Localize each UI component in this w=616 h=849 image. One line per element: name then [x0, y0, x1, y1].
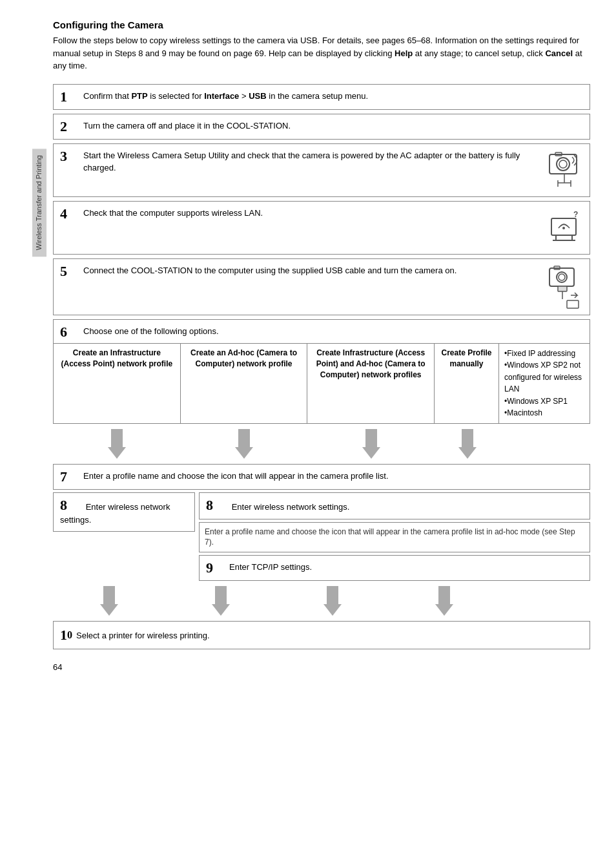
step-6-box: 6 Choose one of the following options. C… — [53, 319, 590, 424]
arrow-shaft-b — [215, 586, 227, 604]
bullet4: •Macintosh — [504, 407, 584, 419]
arrow-col1 — [53, 426, 180, 461]
step-6-right-bullets: •Fixed IP addressing •Windows XP SP2 not… — [504, 348, 584, 420]
arrow-down-4 — [458, 429, 477, 459]
arrow-down-d — [435, 586, 453, 616]
help-bold: Help — [395, 48, 413, 58]
step-2-content: Turn the camera off and place it in the … — [83, 120, 583, 132]
camera-connected-icon — [546, 264, 582, 309]
step-3-icon — [544, 149, 583, 191]
step-10-number: 1 — [60, 627, 67, 644]
step-9-text: Enter TCP/IP settings. — [229, 561, 312, 574]
step1-ptp: PTP — [131, 91, 147, 101]
arrow-shaft-3 — [365, 429, 377, 447]
step-6-col2-label: Create an Ad-hoc (Camera to Computer) ne… — [190, 348, 297, 368]
svg-point-1 — [557, 158, 570, 171]
arrow-down-2 — [235, 429, 253, 459]
step-4-icon: ? — [544, 207, 583, 249]
step-5-number: 5 — [60, 264, 78, 278]
step-10-number-sub: 0 — [67, 629, 72, 641]
step-8-left-number: 8 — [60, 498, 78, 512]
step-9-number: 9 — [206, 561, 224, 575]
step-8-sub-box: Enter a profile name and choose the icon… — [199, 522, 590, 553]
arrow-shaft-1 — [111, 429, 123, 447]
arrow-down-a — [100, 586, 118, 616]
step-2-box: 2 Turn the camera off and place it in th… — [53, 114, 590, 140]
arrow-shaft-d — [438, 586, 450, 604]
arrow-head-d — [435, 604, 453, 616]
arrow-col3 — [308, 426, 435, 461]
step-6-col1-label: Create an Infrastructure (Access Point) … — [61, 348, 172, 368]
arrow-down-3 — [362, 429, 380, 459]
arrow-shaft-2 — [238, 429, 250, 447]
side-label: Wireless Transfer and Printing — [32, 149, 46, 257]
page-title: Configuring the Camera — [53, 19, 590, 30]
step-6-col-right: •Fixed IP addressing •Windows XP SP2 not… — [499, 344, 590, 424]
step-5-box: 5 Connect the COOL-STATION to the comput… — [53, 258, 590, 315]
step-6-col1: Create an Infrastructure (Access Point) … — [54, 344, 181, 424]
step-10-text: Select a printer for wireless printing. — [76, 631, 210, 640]
svg-rect-14 — [549, 268, 574, 286]
step-8-right-box: 8 Enter wireless network settings. — [199, 492, 590, 519]
step-8-left-box: 8 Enter wireless network settings. — [53, 492, 195, 532]
step-6-header-text: Choose one of the following options. — [83, 325, 583, 338]
step-6-col2: Create an Ad-hoc (Camera to Computer) ne… — [181, 344, 308, 424]
arrow-head-2 — [235, 447, 253, 459]
step-9-box: 9 Enter TCP/IP settings. — [199, 555, 590, 581]
svg-point-16 — [559, 274, 565, 280]
step-8-left-col: 8 Enter wireless network settings. — [53, 492, 195, 581]
step-6-options: Create an Infrastructure (Access Point) … — [54, 343, 590, 424]
bullet1: •Fixed IP addressing — [504, 348, 584, 360]
svg-rect-20 — [567, 300, 579, 308]
arrow-col-a — [53, 583, 165, 618]
arrow-down-1 — [108, 429, 126, 459]
arrow-down-c — [323, 586, 342, 616]
step-5-content: Connect the COOL-STATION to the computer… — [83, 264, 538, 277]
step1-interface: Interface — [204, 91, 239, 101]
arrow-col-c — [276, 583, 388, 618]
step-7-box: 7 Enter a profile name and choose the ic… — [53, 464, 590, 490]
step-6-col4-label: Create Profile manually — [440, 348, 493, 370]
step-1-number: 1 — [60, 90, 78, 104]
step1-usb: USB — [249, 91, 266, 101]
step-8-row: 8 Enter wireless network settings. 8 Ent… — [53, 492, 590, 581]
step-4-content: Check that the computer supports wireles… — [83, 207, 538, 220]
step-1-content: Confirm that PTP is selected for Interfa… — [83, 90, 583, 103]
arrow-col-d — [388, 583, 500, 618]
step-4-box: 4 Check that the computer supports wirel… — [53, 201, 590, 255]
arrow-head-1 — [108, 447, 126, 459]
arrow-head-c — [323, 604, 342, 616]
bullet2: •Windows XP SP2 not configured for wirel… — [504, 359, 584, 395]
step-10-box: 10 Select a printer for wireless printin… — [53, 621, 590, 649]
arrow-down-b — [212, 586, 230, 616]
intro-text: Follow the steps below to copy wireless … — [53, 34, 590, 72]
svg-text:?: ? — [573, 210, 578, 219]
arrow-head-b — [212, 604, 230, 616]
arrow-shaft-a — [103, 586, 115, 604]
step-6-header: 6 Choose one of the following options. — [54, 320, 590, 343]
step-6-col4: Create Profile manually — [435, 344, 499, 424]
step-6-number: 6 — [60, 325, 78, 339]
cancel-bold: Cancel — [545, 48, 573, 58]
arrows-section — [53, 426, 590, 461]
svg-point-2 — [559, 160, 567, 168]
step-6-col3-label: Create Infrastructure (Access Point) and… — [316, 348, 426, 380]
svg-point-12 — [562, 227, 565, 229]
arrow-col-b — [165, 583, 276, 618]
step-7-number: 7 — [60, 470, 78, 484]
step-1-box: 1 Confirm that PTP is selected for Inter… — [53, 84, 590, 110]
step-5-icon — [544, 264, 583, 309]
step-2-number: 2 — [60, 120, 78, 134]
step-8-right-text: Enter wireless network settings. — [232, 502, 350, 512]
arrow-shaft-4 — [462, 429, 473, 447]
bullet3: •Windows XP SP1 — [504, 395, 584, 408]
arrow-head-4 — [458, 447, 477, 459]
step-4-number: 4 — [60, 207, 78, 221]
arrow-col2 — [180, 426, 307, 461]
step-3-number: 3 — [60, 149, 78, 163]
step-8-right-col: 8 Enter wireless network settings. Enter… — [199, 492, 590, 581]
arrow-col-right-2 — [500, 583, 590, 618]
arrow-col4 — [435, 426, 500, 461]
step-3-content: Start the Wireless Camera Setup Utility … — [83, 149, 538, 174]
arrow-shaft-c — [327, 586, 338, 604]
